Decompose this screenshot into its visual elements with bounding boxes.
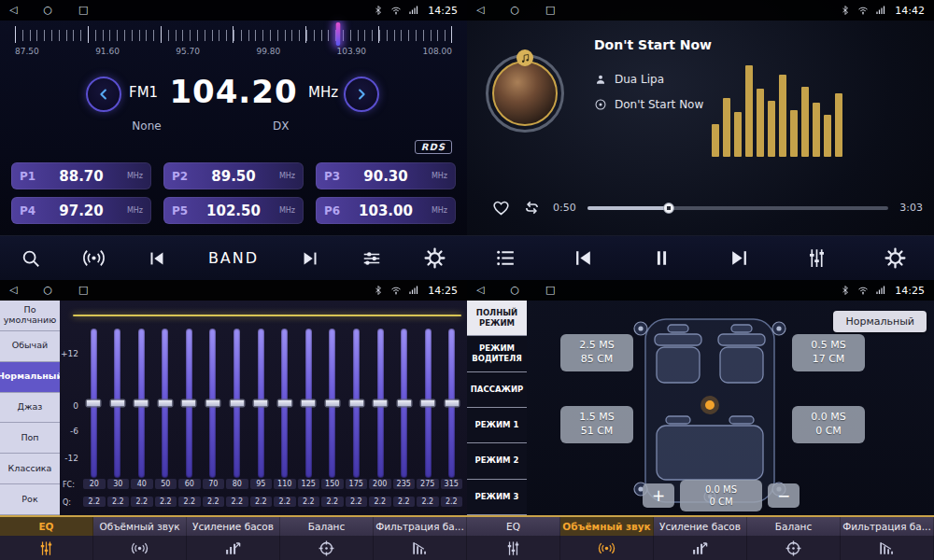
tab-filter-button[interactable]: [841, 536, 934, 560]
tab-bass-boost-button[interactable]: [654, 536, 747, 560]
tab-bass-boost[interactable]: Усиление басов: [654, 517, 747, 536]
tune-up-button[interactable]: [344, 77, 379, 112]
delay-front-right[interactable]: 0.5 MS 17 CM: [792, 334, 865, 371]
band-button[interactable]: BAND: [208, 249, 259, 267]
tab-filter[interactable]: Фильтрация ба...: [841, 517, 934, 536]
eq-preset-pop[interactable]: Поп: [0, 423, 60, 454]
search-icon[interactable]: [21, 248, 41, 269]
nav-back-icon[interactable]: ◁: [9, 280, 17, 301]
tuning-pointer[interactable]: [336, 22, 341, 46]
eq-band-slider[interactable]: [177, 329, 200, 478]
tab-eq[interactable]: EQ: [467, 517, 560, 536]
mode-passenger[interactable]: ПАССАЖИР: [467, 372, 527, 408]
tab-filter-button[interactable]: [374, 536, 467, 560]
favorite-icon[interactable]: [491, 198, 511, 217]
tab-filter[interactable]: Фильтрация ба...: [374, 517, 467, 536]
delay-rear-right[interactable]: 0.0 MS 0 CM: [792, 406, 865, 443]
eq-slider-handle[interactable]: [444, 399, 460, 408]
eq-band-slider[interactable]: [346, 329, 368, 478]
tune-down-button[interactable]: [86, 77, 121, 112]
eq-slider-handle[interactable]: [134, 399, 149, 408]
previous-track-icon[interactable]: [572, 246, 595, 270]
eq-preset-rock[interactable]: Рок: [0, 484, 60, 515]
tab-balance[interactable]: Баланс: [280, 517, 374, 536]
eq-band-slider[interactable]: [82, 329, 105, 478]
preset-button-1[interactable]: P1 88.70 MHz: [11, 162, 151, 189]
tab-bass-boost-button[interactable]: [187, 536, 280, 560]
nav-back-icon[interactable]: ◁: [476, 280, 484, 301]
eq-slider-handle[interactable]: [276, 399, 292, 408]
playlist-icon[interactable]: [494, 246, 517, 270]
eq-slider-handle[interactable]: [301, 399, 317, 408]
eq-band-slider[interactable]: [393, 329, 416, 478]
audio-settings-icon[interactable]: [361, 248, 382, 269]
sound-preset-button[interactable]: Нормальный: [833, 311, 927, 332]
nav-recents-icon[interactable]: □: [545, 280, 555, 301]
preset-button-3[interactable]: P3 90.30 MHz: [316, 162, 456, 189]
eq-slider-handle[interactable]: [324, 399, 340, 408]
nav-recents-icon[interactable]: □: [78, 0, 88, 21]
eq-slider-handle[interactable]: [348, 399, 364, 408]
mode-full[interactable]: ПОЛНЫЙ РЕЖИМ: [467, 301, 527, 336]
tab-eq[interactable]: EQ: [0, 517, 93, 536]
eq-preset-default[interactable]: По умолчанию: [0, 301, 60, 331]
delay-front-left[interactable]: 2.5 MS 85 CM: [560, 334, 633, 371]
eq-slider-handle[interactable]: [181, 399, 197, 408]
eq-band-slider[interactable]: [226, 329, 248, 478]
eq-band-slider[interactable]: [202, 329, 224, 478]
repeat-icon[interactable]: [522, 198, 542, 217]
eq-preset-custom[interactable]: Обычай: [0, 331, 60, 362]
tab-balance[interactable]: Баланс: [747, 517, 841, 536]
eq-preset-normal[interactable]: Нормальный: [0, 362, 60, 393]
nav-home-icon[interactable]: ○: [43, 280, 52, 301]
eq-band-slider[interactable]: [106, 329, 129, 478]
tab-surround-button[interactable]: [93, 536, 187, 560]
tab-bass-boost[interactable]: Усиление басов: [187, 517, 280, 536]
previous-station-icon[interactable]: [147, 248, 167, 269]
eq-slider-handle[interactable]: [86, 399, 102, 408]
eq-band-slider[interactable]: [321, 329, 344, 478]
eq-band-slider[interactable]: [369, 329, 391, 478]
tab-balance-button[interactable]: [747, 536, 841, 560]
mode-1[interactable]: РЕЖИМ 1: [467, 408, 527, 443]
preset-button-5[interactable]: P5 102.50 MHz: [163, 197, 304, 224]
eq-slider-handle[interactable]: [157, 399, 173, 408]
scan-stations-icon[interactable]: [82, 246, 106, 270]
eq-band-slider[interactable]: [249, 329, 272, 478]
next-station-icon[interactable]: [300, 248, 320, 269]
eq-band-slider[interactable]: [441, 329, 463, 478]
delay-increase-button[interactable]: +: [643, 483, 674, 508]
next-track-icon[interactable]: [728, 246, 751, 270]
tab-eq-button[interactable]: [467, 536, 560, 560]
eq-sliders-icon[interactable]: [805, 246, 828, 270]
eq-slider-handle[interactable]: [396, 399, 412, 408]
preset-button-2[interactable]: P2 89.50 MHz: [163, 162, 304, 189]
progress-knob[interactable]: [663, 203, 674, 214]
eq-band-slider[interactable]: [297, 329, 319, 478]
eq-band-slider[interactable]: [154, 329, 177, 478]
mode-3[interactable]: РЕЖИМ 3: [467, 480, 527, 515]
eq-preset-classic[interactable]: Классика: [0, 454, 60, 484]
eq-slider-handle[interactable]: [420, 399, 436, 408]
mode-2[interactable]: РЕЖИМ 2: [467, 443, 527, 479]
album-art[interactable]: [486, 54, 564, 133]
nav-back-icon[interactable]: ◁: [9, 0, 17, 21]
gear-icon[interactable]: [884, 246, 907, 270]
tab-surround[interactable]: Объёмный звук: [560, 517, 654, 536]
eq-slider-handle[interactable]: [373, 399, 389, 408]
tab-surround[interactable]: Объёмный звук: [93, 517, 187, 536]
tab-balance-button[interactable]: [280, 536, 374, 560]
nav-home-icon[interactable]: ○: [510, 280, 519, 301]
nav-recents-icon[interactable]: □: [78, 280, 88, 301]
delay-decrease-button[interactable]: −: [768, 483, 800, 508]
eq-band-slider[interactable]: [417, 329, 439, 478]
pause-icon[interactable]: [650, 246, 673, 270]
nav-recents-icon[interactable]: □: [545, 0, 555, 21]
gear-icon[interactable]: [423, 246, 446, 270]
eq-slider-handle[interactable]: [109, 399, 125, 408]
tab-eq-button[interactable]: [0, 536, 93, 560]
nav-home-icon[interactable]: ○: [510, 0, 519, 21]
eq-slider-handle[interactable]: [253, 399, 269, 408]
frequency-ruler[interactable]: 87.50 91.60 95.70 99.80 103.90 108.00: [15, 24, 452, 73]
tab-surround-button[interactable]: [560, 536, 654, 560]
